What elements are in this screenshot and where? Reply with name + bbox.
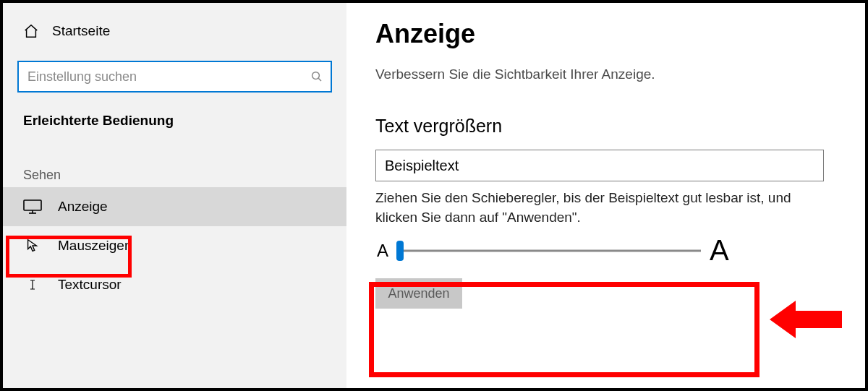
sample-text-box: Beispieltext <box>375 150 824 181</box>
svg-rect-2 <box>24 200 41 210</box>
text-size-slider-row: A A <box>375 234 836 267</box>
slider-thumb[interactable] <box>396 241 404 261</box>
search-row <box>17 61 332 93</box>
sample-text: Beispieltext <box>385 158 459 174</box>
page-subtitle: Verbessern Sie die Sichtbarkeit Ihrer An… <box>375 66 836 82</box>
home-icon <box>23 23 39 39</box>
slider-track <box>397 249 701 252</box>
sidebar-item-label: Anzeige <box>58 199 108 215</box>
monitor-icon <box>23 199 42 215</box>
search-input[interactable] <box>17 61 332 93</box>
sidebar: Startseite Erleichterte Bedienung Sehen <box>3 3 346 388</box>
home-label: Startseite <box>52 23 110 39</box>
text-cursor-icon <box>23 277 42 293</box>
settings-window: Startseite Erleichterte Bedienung Sehen <box>0 0 868 391</box>
sidebar-item-anzeige[interactable]: Anzeige <box>3 187 346 226</box>
category-title: Erleichterte Bedienung <box>3 93 346 136</box>
home-button[interactable]: Startseite <box>3 16 346 46</box>
sidebar-item-textcursor[interactable]: Textcursor <box>3 265 346 304</box>
sidebar-item-label: Textcursor <box>58 277 122 293</box>
main-content: Anzeige Verbessern Sie die Sichtbarkeit … <box>346 3 865 388</box>
sidebar-section-sehen: Sehen <box>3 136 346 187</box>
apply-button[interactable]: Anwenden <box>375 278 462 309</box>
slider-max-label: A <box>710 234 729 267</box>
sidebar-item-label: Mauszeiger <box>58 238 129 254</box>
pointer-icon <box>23 238 42 254</box>
sidebar-item-mauszeiger[interactable]: Mauszeiger <box>3 226 346 265</box>
slider-min-label: A <box>377 241 388 261</box>
page-title: Anzeige <box>375 19 836 49</box>
text-size-slider[interactable] <box>397 244 701 258</box>
enlarge-text-heading: Text vergrößern <box>375 116 836 137</box>
slider-instruction: Ziehen Sie den Schieberegler, bis der Be… <box>375 189 824 227</box>
